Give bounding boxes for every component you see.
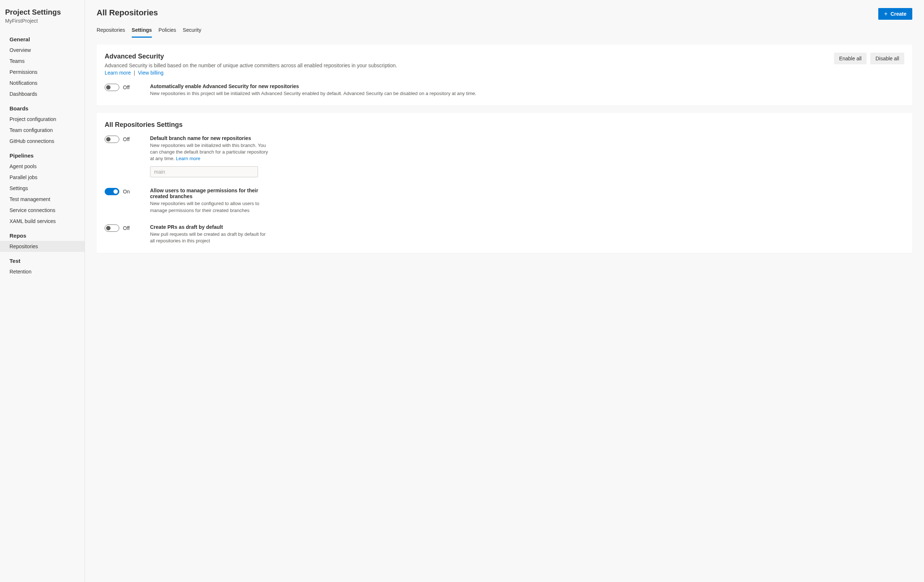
manage-permissions-title: Allow users to manage permissions for th…	[150, 187, 271, 199]
card-actions: Enable all Disable all	[834, 53, 904, 64]
auto-enable-body: Automatically enable Advanced Security f…	[150, 83, 904, 97]
nav-group-title: Boards	[0, 99, 84, 114]
card-header-text: Advanced Security Advanced Security is b…	[105, 53, 397, 77]
nav-item[interactable]: GitHub connections	[0, 136, 84, 146]
default-branch-toggle[interactable]	[105, 136, 119, 143]
repos-settings-card: All Repositories Settings Off Default br…	[97, 113, 912, 253]
manage-permissions-desc: New repositories will be configured to a…	[150, 201, 271, 214]
draft-prs-toggle-label: Off	[123, 225, 130, 231]
tab[interactable]: Repositories	[97, 24, 125, 38]
repos-settings-title: All Repositories Settings	[105, 121, 904, 129]
tab[interactable]: Security	[183, 24, 201, 38]
advanced-security-desc: Advanced Security is billed based on the…	[105, 62, 397, 77]
default-branch-input[interactable]	[150, 166, 258, 177]
advanced-security-card: Advanced Security Advanced Security is b…	[97, 44, 912, 106]
tab[interactable]: Policies	[158, 24, 176, 38]
nav-item[interactable]: Team configuration	[0, 125, 84, 136]
view-billing-link[interactable]: View billing	[138, 70, 163, 76]
enable-all-button[interactable]: Enable all	[834, 53, 867, 64]
nav-item[interactable]: Settings	[0, 183, 84, 194]
advanced-security-title: Advanced Security	[105, 53, 397, 60]
manage-permissions-row: On Allow users to manage permissions for…	[105, 187, 904, 214]
default-branch-row: Off Default branch name for new reposito…	[105, 135, 904, 178]
nav-item[interactable]: Overview	[0, 44, 84, 56]
draft-prs-desc: New pull requests will be created as dra…	[150, 231, 271, 244]
default-branch-desc: New repositories will be initialized wit…	[150, 142, 271, 162]
sidebar-nav: GeneralOverviewTeamsPermissionsNotificat…	[0, 30, 84, 277]
tabs: RepositoriesSettingsPoliciesSecurity	[97, 24, 912, 38]
draft-prs-row: Off Create PRs as draft by default New p…	[105, 224, 904, 244]
main-content: All Repositories + Create RepositoriesSe…	[85, 0, 924, 582]
draft-prs-title: Create PRs as draft by default	[150, 224, 271, 230]
sidebar-title: Project Settings	[5, 8, 79, 16]
sidebar-header: Project Settings MyFirstProject	[0, 8, 84, 30]
default-branch-toggle-label: Off	[123, 136, 130, 142]
nav-item[interactable]: XAML build services	[0, 216, 84, 227]
page-header: All Repositories + Create	[97, 8, 912, 20]
app-root: Project Settings MyFirstProject GeneralO…	[0, 0, 924, 582]
nav-group-title: Repos	[0, 227, 84, 241]
plus-icon: +	[884, 11, 888, 17]
manage-permissions-toggle-wrap: On	[105, 187, 145, 195]
nav-item[interactable]: Agent pools	[0, 161, 84, 172]
auto-enable-toggle[interactable]	[105, 84, 119, 91]
auto-enable-toggle-wrap: Off	[105, 83, 145, 91]
nav-group-title: General	[0, 30, 84, 44]
create-button[interactable]: + Create	[878, 8, 912, 20]
page-title: All Repositories	[97, 8, 158, 18]
disable-all-button[interactable]: Disable all	[870, 53, 904, 64]
auto-enable-title: Automatically enable Advanced Security f…	[150, 83, 904, 89]
draft-prs-body: Create PRs as draft by default New pull …	[150, 224, 271, 244]
default-branch-toggle-wrap: Off	[105, 135, 145, 143]
nav-item[interactable]: Test management	[0, 194, 84, 205]
sidebar: Project Settings MyFirstProject GeneralO…	[0, 0, 85, 582]
manage-permissions-toggle-label: On	[123, 189, 130, 194]
create-button-label: Create	[890, 11, 906, 17]
nav-item[interactable]: Repositories	[0, 241, 84, 252]
nav-item[interactable]: Parallel jobs	[0, 172, 84, 183]
draft-prs-toggle-wrap: Off	[105, 224, 145, 232]
nav-item[interactable]: Notifications	[0, 77, 84, 89]
nav-group-title: Pipelines	[0, 146, 84, 161]
draft-prs-toggle[interactable]	[105, 224, 119, 232]
sidebar-subtitle: MyFirstProject	[5, 18, 79, 24]
card-header-row: Advanced Security Advanced Security is b…	[105, 53, 904, 77]
manage-permissions-toggle[interactable]	[105, 188, 119, 195]
auto-enable-row: Off Automatically enable Advanced Securi…	[105, 83, 904, 97]
nav-group-title: Test	[0, 252, 84, 266]
nav-item[interactable]: Dashboards	[0, 89, 84, 99]
nav-item[interactable]: Retention	[0, 266, 84, 277]
manage-permissions-body: Allow users to manage permissions for th…	[150, 187, 271, 214]
default-branch-body: Default branch name for new repositories…	[150, 135, 271, 178]
nav-item[interactable]: Permissions	[0, 67, 84, 77]
auto-enable-desc: New repositories in this project will be…	[150, 90, 904, 97]
default-branch-learn-more-link[interactable]: Learn more	[176, 156, 200, 161]
auto-enable-toggle-label: Off	[123, 84, 130, 90]
default-branch-title: Default branch name for new repositories	[150, 135, 271, 141]
nav-item[interactable]: Project configuration	[0, 114, 84, 125]
tab[interactable]: Settings	[132, 24, 152, 38]
nav-item[interactable]: Service connections	[0, 205, 84, 216]
nav-item[interactable]: Teams	[0, 56, 84, 67]
learn-more-link[interactable]: Learn more	[105, 70, 131, 76]
